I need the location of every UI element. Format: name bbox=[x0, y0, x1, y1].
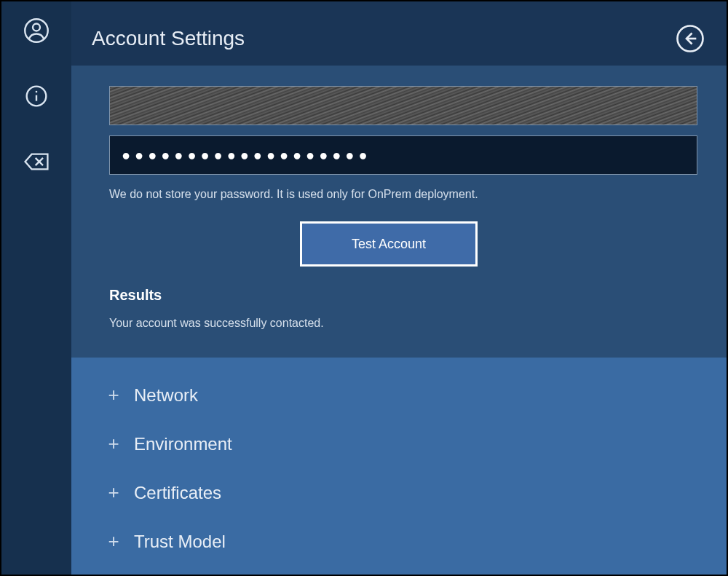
section-environment[interactable]: + Environment bbox=[106, 419, 697, 468]
back-button[interactable] bbox=[674, 23, 706, 55]
section-trust-model[interactable]: + Trust Model bbox=[106, 517, 697, 566]
username-input[interactable] bbox=[109, 86, 697, 125]
password-hint: We do not store your password. It is use… bbox=[109, 188, 697, 201]
section-label: Environment bbox=[134, 434, 232, 454]
clear-icon[interactable] bbox=[22, 147, 51, 176]
account-icon[interactable] bbox=[22, 16, 51, 45]
password-value: ●●●●●●●●●●●●●●●●●●● bbox=[122, 147, 372, 164]
info-icon[interactable] bbox=[22, 82, 51, 111]
sidebar bbox=[1, 1, 71, 575]
section-certificates[interactable]: + Certificates bbox=[106, 468, 697, 517]
account-panel: ●●●●●●●●●●●●●●●●●●● We do not store your… bbox=[71, 66, 727, 358]
plus-icon: + bbox=[106, 384, 121, 406]
sections-panel: + Network + Environment + Certificates +… bbox=[71, 358, 727, 575]
section-network[interactable]: + Network bbox=[106, 371, 697, 419]
results-heading: Results bbox=[109, 287, 697, 304]
plus-icon: + bbox=[106, 530, 121, 553]
header: Account Settings bbox=[71, 1, 727, 66]
section-label: Network bbox=[134, 385, 198, 406]
main-pane: Account Settings ●●●●●●●●●●●●●●●●●●● We … bbox=[71, 1, 727, 575]
section-label: Certificates bbox=[134, 483, 221, 503]
section-label: Trust Model bbox=[134, 532, 226, 552]
plus-icon: + bbox=[106, 433, 121, 455]
password-input[interactable]: ●●●●●●●●●●●●●●●●●●● bbox=[109, 135, 697, 175]
svg-point-3 bbox=[36, 91, 38, 93]
test-account-button[interactable]: Test Account bbox=[300, 221, 478, 267]
svg-point-1 bbox=[33, 24, 40, 31]
results-text: Your account was successfully contacted. bbox=[109, 317, 697, 330]
plus-icon: + bbox=[106, 481, 121, 504]
page-title: Account Settings bbox=[92, 27, 245, 50]
